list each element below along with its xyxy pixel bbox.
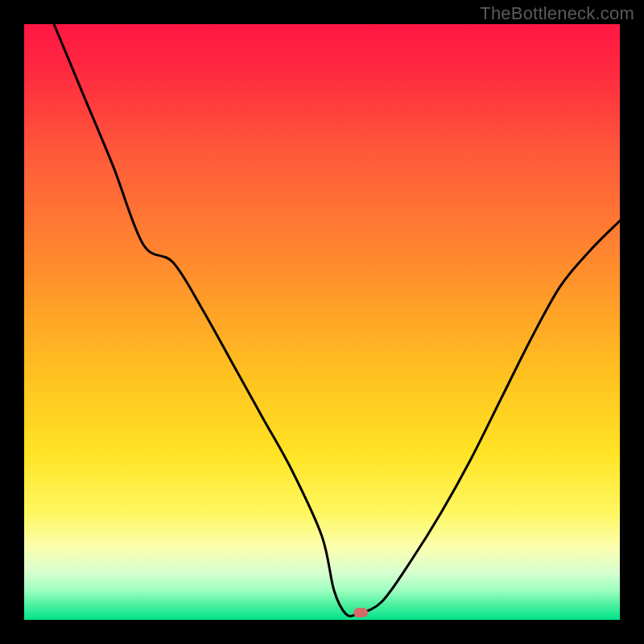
plot-area	[24, 24, 620, 620]
chart-frame: TheBottleneck.com	[0, 0, 644, 644]
gradient-background	[24, 24, 620, 620]
optimal-point-marker	[353, 608, 368, 617]
chart-svg	[24, 24, 620, 620]
watermark-text: TheBottleneck.com	[480, 3, 634, 24]
